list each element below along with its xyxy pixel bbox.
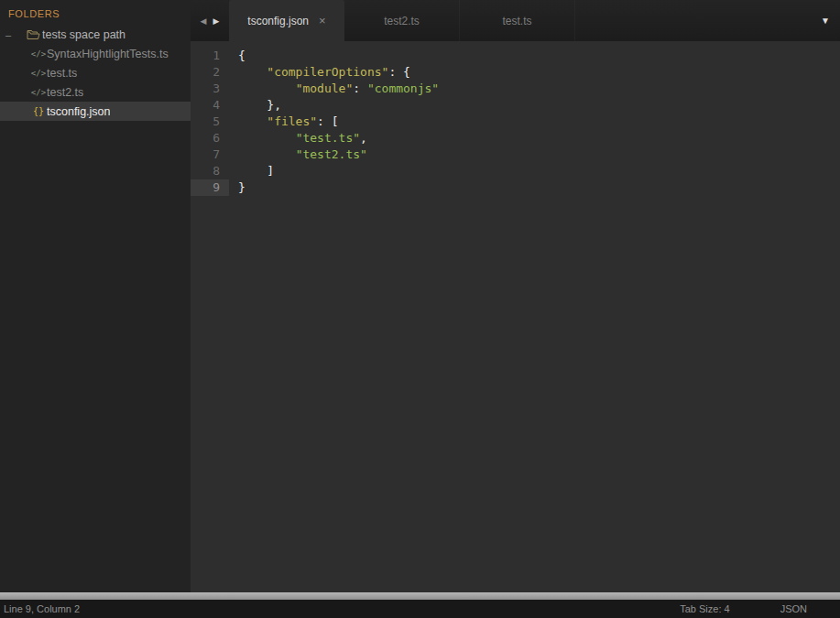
line-number: 5 (191, 114, 229, 130)
tab-label: tsconfig.json (247, 15, 309, 27)
code-segment-punct: ] (238, 164, 274, 178)
code-segment-punct: }, (238, 98, 281, 112)
line-number: 9 (191, 179, 229, 196)
code-segment-punct: : [ (317, 114, 338, 128)
tab-label: test.ts (502, 15, 531, 27)
folder-name: tests space path (42, 28, 125, 41)
ts-file-icon: </> (30, 69, 47, 78)
folders-header: FOLDERS (0, 6, 191, 25)
forward-arrow-icon[interactable]: ▶ (213, 16, 220, 26)
code-segment-key: "files" (267, 114, 317, 128)
code-segment-punct (238, 131, 296, 145)
tab-test2.ts[interactable]: test2.ts (344, 0, 460, 41)
code-segment-value: "commonjs" (367, 81, 439, 95)
code-segment-punct: : { (388, 65, 409, 79)
code-segment-key: "compilerOptions" (267, 65, 388, 79)
close-icon[interactable]: × (319, 15, 326, 27)
code-segment-punct (238, 147, 296, 161)
code-segment-value: "test.ts" (296, 131, 360, 145)
code-line[interactable]: "files": [ (238, 114, 840, 130)
horizontal-scrollbar[interactable] (0, 592, 840, 600)
code-segment-punct: , (360, 131, 367, 145)
code-line[interactable]: "module": "commonjs" (238, 81, 840, 97)
sidebar-item-tsconfig.json[interactable]: {}tsconfig.json (0, 102, 191, 121)
code-line[interactable]: }, (238, 97, 840, 114)
tab-size-indicator[interactable]: Tab Size: 4 (680, 603, 729, 614)
line-number: 2 (191, 64, 229, 81)
file-name: test2.ts (47, 86, 83, 99)
code-segment-value: "test2.ts" (296, 147, 367, 161)
tab-label: test2.ts (384, 15, 420, 27)
file-name: SyntaxHightlightTests.ts (47, 48, 169, 60)
code-line[interactable]: ] (238, 163, 840, 179)
status-bar: Line 9, Column 2 Tab Size: 4 JSON (0, 600, 840, 618)
editor-column: ◀ ▶ tsconfig.json×test2.tstest.ts ▼ 1234… (191, 0, 840, 592)
code-editor[interactable]: 123456789 { "compilerOptions": { "module… (191, 41, 840, 592)
code-segment-key: "module" (296, 81, 354, 95)
line-number: 4 (191, 97, 229, 114)
line-number: 7 (191, 146, 229, 163)
back-arrow-icon[interactable]: ◀ (201, 16, 207, 26)
collapse-icon[interactable]: – (0, 29, 16, 40)
code-segment-punct (238, 114, 267, 128)
code-segment-punct: : (353, 81, 367, 95)
main-row: FOLDERS – tests space path </>SyntaxHigh… (0, 0, 840, 592)
code-segment-punct (238, 81, 296, 95)
ts-file-icon: </> (30, 49, 47, 59)
sidebar-item-folder[interactable]: – tests space path (0, 25, 191, 44)
line-number: 8 (191, 163, 229, 179)
file-name: tsconfig.json (47, 105, 110, 118)
cursor-position: Line 9, Column 2 (4, 603, 680, 614)
tab-test.ts[interactable]: test.ts (460, 0, 575, 41)
code-segment-punct: } (238, 180, 245, 194)
code-segment-punct: { (238, 49, 245, 62)
sidebar: FOLDERS – tests space path </>SyntaxHigh… (0, 0, 191, 592)
sidebar-file-list: </>SyntaxHightlightTests.ts</>test.ts</>… (0, 44, 191, 121)
code-lines: { "compilerOptions": { "module": "common… (229, 48, 840, 592)
code-line[interactable]: "test.ts", (238, 130, 840, 146)
tab-tsconfig.json[interactable]: tsconfig.json× (229, 0, 344, 41)
line-number: 1 (191, 48, 229, 64)
code-line[interactable]: { (238, 48, 840, 64)
syntax-indicator[interactable]: JSON (780, 603, 807, 614)
sidebar-item-SyntaxHightlightTests.ts[interactable]: </>SyntaxHightlightTests.ts (0, 44, 191, 63)
status-right: Tab Size: 4 JSON (680, 603, 807, 614)
file-name: test.ts (47, 67, 77, 80)
json-file-icon: {} (30, 106, 47, 116)
line-number: 6 (191, 130, 229, 146)
code-segment-punct (238, 65, 267, 79)
gutter: 123456789 (191, 48, 229, 592)
tab-bar: ◀ ▶ tsconfig.json×test2.tstest.ts ▼ (191, 0, 840, 41)
code-line[interactable]: "compilerOptions": { (238, 64, 840, 81)
code-line[interactable]: "test2.ts" (238, 146, 840, 163)
folder-icon (25, 29, 42, 40)
sidebar-item-test2.ts[interactable]: </>test2.ts (0, 82, 191, 102)
code-line[interactable]: } (238, 179, 840, 196)
editor-window: FOLDERS – tests space path </>SyntaxHigh… (0, 0, 840, 618)
tab-nav: ◀ ▶ (191, 0, 229, 41)
tab-strip: tsconfig.json×test2.tstest.ts (229, 0, 811, 41)
line-number: 3 (191, 81, 229, 97)
tab-overflow-icon[interactable]: ▼ (811, 0, 840, 41)
sidebar-item-test.ts[interactable]: </>test.ts (0, 63, 191, 82)
ts-file-icon: </> (30, 88, 47, 97)
